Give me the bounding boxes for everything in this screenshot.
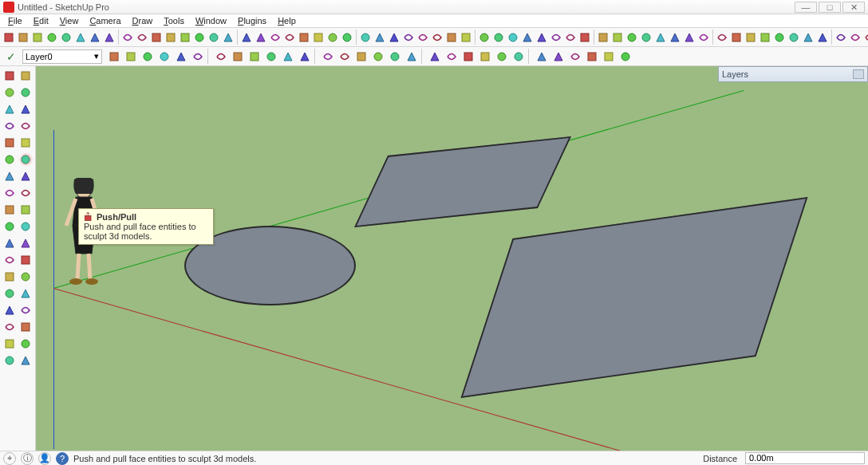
toolbar-button-8[interactable]	[121, 30, 134, 45]
toolbar2-button-17[interactable]	[404, 49, 419, 64]
toolbar-button-39[interactable]	[578, 30, 591, 45]
tool-move[interactable]	[2, 152, 18, 167]
toolbar-button-6[interactable]	[89, 30, 101, 45]
toolbar-button-24[interactable]	[359, 30, 372, 45]
toolbar2-button-12[interactable]	[320, 49, 335, 64]
status-icon-3[interactable]: 👤	[38, 452, 51, 465]
toolbar-button-31[interactable]	[460, 30, 472, 45]
toolbar2-button-29[interactable]	[617, 49, 633, 64]
tool-3dtext[interactable]	[2, 319, 18, 335]
tool-orbit[interactable]	[18, 252, 34, 268]
toolbar-button-49[interactable]	[730, 30, 743, 45]
toolbar2-button-27[interactable]	[584, 49, 599, 64]
toolbar-button-10[interactable]	[150, 30, 163, 45]
toolbar-button-30[interactable]	[445, 30, 458, 45]
toolbar2-button-14[interactable]	[353, 49, 369, 64]
toolbar2-button-24[interactable]	[534, 49, 549, 64]
menu-camera[interactable]: Camera	[85, 15, 125, 26]
toolbar-button-38[interactable]	[564, 30, 577, 45]
toolbar2-button-9[interactable]	[263, 49, 278, 64]
tool-circle[interactable]	[2, 118, 18, 134]
toolbar-button-58[interactable]	[863, 30, 868, 45]
maximize-button[interactable]: □	[819, 2, 841, 13]
tool-zoom-ext[interactable]	[2, 302, 18, 318]
toolbar-button-18[interactable]	[269, 30, 282, 45]
layer-select[interactable]: Layer0 ▾	[22, 49, 102, 64]
toolbar2-button-28[interactable]	[601, 49, 616, 64]
tool-paint[interactable]	[18, 168, 34, 184]
tool-addloc[interactable]	[18, 353, 34, 368]
toolbar2-button-11[interactable]	[297, 49, 312, 64]
toolbar-button-53[interactable]	[787, 30, 800, 45]
tool-tape[interactable]	[2, 202, 18, 218]
toolbar-button-37[interactable]	[550, 30, 562, 45]
toolbar2-button-4[interactable]	[173, 49, 188, 64]
menu-draw[interactable]: Draw	[128, 15, 158, 26]
toolbar2-button-10[interactable]	[280, 49, 295, 64]
menu-window[interactable]: Window	[191, 15, 231, 26]
toolbar-button-55[interactable]	[816, 30, 829, 45]
toolbar-button-48[interactable]	[716, 30, 728, 45]
toolbar-button-46[interactable]	[683, 30, 696, 45]
toolbar-button-33[interactable]	[492, 30, 505, 45]
close-button[interactable]: ✕	[842, 2, 865, 13]
toolbar-button-52[interactable]	[773, 30, 786, 45]
tool-look[interactable]	[18, 286, 34, 301]
toolbar-button-28[interactable]	[416, 30, 429, 45]
toolbar-button-34[interactable]	[507, 30, 519, 45]
tool-position[interactable]	[18, 302, 34, 318]
tool-eye[interactable]	[18, 319, 34, 335]
tool-offset[interactable]	[2, 185, 18, 201]
toolbar-button-1[interactable]	[17, 30, 30, 45]
tool-pan[interactable]	[2, 269, 18, 285]
toolbar2-button-26[interactable]	[567, 49, 582, 64]
toolbar-button-26[interactable]	[388, 30, 400, 45]
tool-line[interactable]	[2, 85, 18, 100]
tool-sandbox[interactable]	[18, 336, 34, 352]
toolbar-button-7[interactable]	[103, 30, 116, 45]
tool-rotate[interactable]	[2, 168, 18, 184]
status-icon-2[interactable]: ⓘ	[21, 452, 34, 465]
toolbar2-button-20[interactable]	[460, 49, 475, 64]
toolbar2-button-6[interactable]	[213, 49, 228, 64]
toolbar-button-40[interactable]	[597, 30, 610, 45]
toolbar-button-17[interactable]	[254, 30, 267, 45]
toolbar-button-56[interactable]	[834, 30, 847, 45]
viewport-3d[interactable]: Push/Pull Push and pull face entities to…	[36, 66, 868, 451]
tool-arc[interactable]	[18, 135, 34, 151]
toolbar-button-51[interactable]	[759, 30, 771, 45]
toolbar2-button-25[interactable]	[550, 49, 566, 64]
tool-axes[interactable]	[18, 235, 34, 251]
toolbar2-button-15[interactable]	[370, 49, 385, 64]
toolbar-button-9[interactable]	[136, 30, 148, 45]
toolbar-button-13[interactable]	[193, 30, 206, 45]
toolbar-button-16[interactable]	[240, 30, 253, 45]
toolbar-button-14[interactable]	[207, 30, 220, 45]
tool-zoom[interactable]	[18, 269, 34, 285]
toolbar2-button-21[interactable]	[477, 49, 492, 64]
toolbar-button-42[interactable]	[625, 30, 638, 45]
toolbar-button-23[interactable]	[341, 30, 353, 45]
toolbar-button-15[interactable]	[222, 30, 235, 45]
status-icon-1[interactable]: ⌖	[3, 452, 16, 465]
rectangle-face-2[interactable]	[461, 197, 808, 398]
toolbar-button-11[interactable]	[164, 30, 177, 45]
tool-rectangle[interactable]	[2, 101, 18, 117]
tool-followme[interactable]	[18, 202, 34, 218]
toolbar-button-35[interactable]	[521, 30, 534, 45]
menu-edit[interactable]: Edit	[29, 15, 53, 26]
tool-freehand[interactable]	[18, 85, 34, 100]
toolbar-button-19[interactable]	[283, 30, 296, 45]
toolbar-button-25[interactable]	[373, 30, 386, 45]
toolbar-button-45[interactable]	[669, 30, 681, 45]
toolbar-button-54[interactable]	[802, 30, 815, 45]
toolbar2-button-5[interactable]	[190, 49, 205, 64]
layers-panel-toggle-icon[interactable]	[853, 69, 864, 79]
toolbar-button-12[interactable]	[179, 30, 191, 45]
tool-section[interactable]	[2, 252, 18, 268]
layers-panel[interactable]: Layers	[718, 66, 868, 82]
toolbar-button-2[interactable]	[31, 30, 44, 45]
tool-walk[interactable]	[2, 286, 18, 301]
toolbar-button-21[interactable]	[312, 30, 325, 45]
toolbar-button-20[interactable]	[298, 30, 310, 45]
